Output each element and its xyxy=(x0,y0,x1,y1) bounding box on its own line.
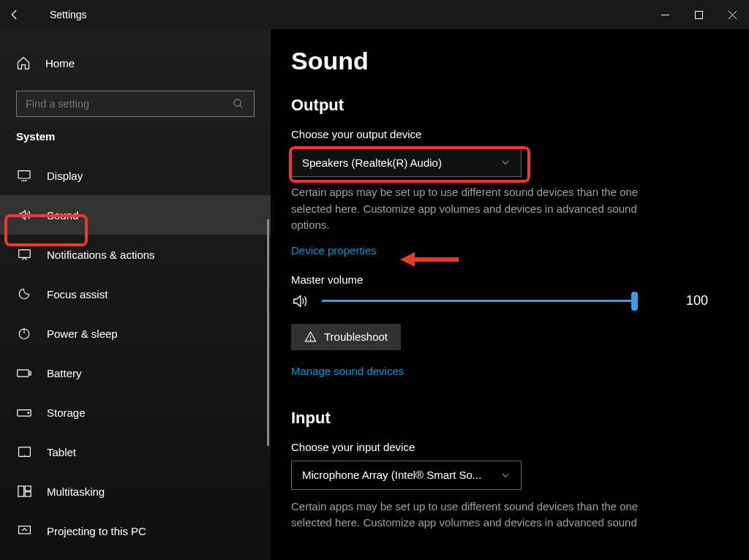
input-description: Certain apps may be set up to use differ… xyxy=(291,499,671,531)
sidebar-item-label: Multitasking xyxy=(47,485,105,498)
multitasking-icon xyxy=(16,485,32,497)
sidebar-item-label: Notifications & actions xyxy=(47,249,155,261)
display-icon xyxy=(16,170,32,181)
window-buttons xyxy=(648,0,749,29)
output-device-dropdown[interactable]: Speakers (Realtek(R) Audio) xyxy=(291,148,522,177)
svg-rect-19 xyxy=(25,492,31,496)
svg-rect-6 xyxy=(18,171,30,178)
sidebar-scrollbar[interactable] xyxy=(267,219,269,446)
battery-icon xyxy=(16,368,32,378)
sidebar-home[interactable]: Home xyxy=(0,42,271,83)
window-title: Settings xyxy=(50,9,87,20)
sidebar-item-label: Projecting to this PC xyxy=(47,525,146,537)
sidebar-item-label: Tablet xyxy=(47,446,76,458)
svg-point-22 xyxy=(310,339,311,340)
svg-rect-20 xyxy=(18,526,30,534)
troubleshoot-button[interactable]: Troubleshoot xyxy=(291,324,401,350)
search-wrap xyxy=(16,91,255,117)
volume-slider[interactable] xyxy=(322,300,636,302)
sidebar-item-label: Battery xyxy=(47,367,82,379)
storage-icon xyxy=(16,407,32,417)
maximize-button[interactable] xyxy=(682,0,715,29)
close-button[interactable] xyxy=(715,0,749,29)
manage-sound-devices-link[interactable]: Manage sound devices xyxy=(291,365,404,377)
sidebar-item-label: Power & sleep xyxy=(47,328,118,340)
sidebar-item-display[interactable]: Display xyxy=(0,156,271,195)
main-content: Sound Output Choose your output device S… xyxy=(271,29,749,560)
focus-assist-icon xyxy=(16,287,32,300)
sidebar-item-label: Storage xyxy=(47,406,86,419)
tablet-icon xyxy=(16,446,32,458)
svg-point-4 xyxy=(234,99,241,106)
page-title: Sound xyxy=(291,47,729,75)
input-device-value: Microphone Array (Intel® Smart So... xyxy=(302,469,481,481)
sidebar-item-storage[interactable]: Storage xyxy=(0,393,271,432)
sidebar-item-notifications[interactable]: Notifications & actions xyxy=(0,235,271,274)
sidebar-item-battery[interactable]: Battery xyxy=(0,353,271,393)
svg-rect-17 xyxy=(18,486,23,496)
svg-rect-8 xyxy=(18,249,29,257)
volume-value: 100 xyxy=(686,293,708,309)
svg-point-14 xyxy=(28,412,29,414)
sidebar-item-multitasking[interactable]: Multitasking xyxy=(0,472,271,511)
sound-icon xyxy=(16,208,32,222)
sidebar-item-label: Display xyxy=(47,170,83,182)
svg-rect-11 xyxy=(18,369,29,376)
sidebar-item-label: Sound xyxy=(47,209,78,222)
back-button[interactable] xyxy=(0,8,29,21)
output-heading: Output xyxy=(291,96,729,115)
search-icon xyxy=(233,98,244,110)
svg-rect-1 xyxy=(695,11,702,18)
titlebar: Settings xyxy=(0,0,749,29)
sidebar-item-projecting[interactable]: Projecting to this PC xyxy=(0,511,271,550)
projecting-icon xyxy=(16,525,32,537)
device-properties-link[interactable]: Device properties xyxy=(291,244,377,257)
master-volume-row: 100 xyxy=(291,293,729,309)
output-description: Certain apps may be set up to use differ… xyxy=(291,184,671,234)
troubleshoot-label: Troubleshoot xyxy=(324,330,388,343)
sidebar-section-label: System xyxy=(0,130,271,143)
warning-icon xyxy=(304,330,317,343)
sidebar-item-sound[interactable]: Sound xyxy=(0,195,271,235)
sidebar-item-power-sleep[interactable]: Power & sleep xyxy=(0,314,271,353)
svg-rect-18 xyxy=(25,486,31,491)
chevron-down-icon xyxy=(500,470,511,480)
master-volume-label: Master volume xyxy=(291,273,729,286)
speaker-icon[interactable] xyxy=(291,293,309,309)
output-device-value: Speakers (Realtek(R) Audio) xyxy=(302,156,442,169)
input-heading: Input xyxy=(291,409,729,428)
home-icon xyxy=(16,56,31,70)
svg-line-5 xyxy=(240,105,243,108)
output-choose-label: Choose your output device xyxy=(291,128,729,140)
sidebar-item-label: Focus assist xyxy=(47,288,108,300)
sidebar: Home System Display Sound Notifications … xyxy=(0,29,271,560)
input-choose-label: Choose your input device xyxy=(291,441,729,453)
svg-rect-12 xyxy=(29,371,31,375)
sidebar-item-focus-assist[interactable]: Focus assist xyxy=(0,274,271,314)
sidebar-item-tablet[interactable]: Tablet xyxy=(0,432,271,472)
sidebar-home-label: Home xyxy=(45,57,75,69)
input-device-dropdown[interactable]: Microphone Array (Intel® Smart So... xyxy=(291,461,522,490)
search-input[interactable] xyxy=(16,91,255,117)
power-icon xyxy=(16,327,32,340)
notifications-icon xyxy=(16,249,32,261)
chevron-down-icon xyxy=(500,157,511,167)
minimize-button[interactable] xyxy=(648,0,682,29)
